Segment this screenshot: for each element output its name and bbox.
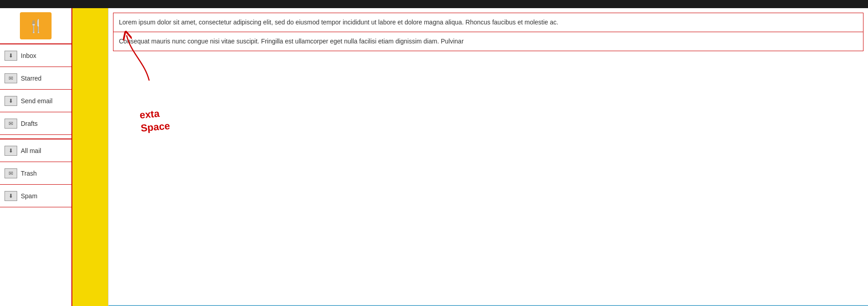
- yellow-panel: [72, 8, 108, 306]
- send-email-label: Send email: [21, 97, 52, 105]
- inbox-label: Inbox: [21, 52, 36, 59]
- content-text-2: Consequat mauris nunc congue nisi vitae …: [113, 32, 863, 51]
- content-text-1: Lorem ipsum dolor sit amet, consectetur …: [113, 13, 863, 32]
- trash-label: Trash: [21, 170, 37, 177]
- drafts-icon: ✉: [5, 119, 17, 129]
- trash-icon: ✉: [5, 168, 17, 178]
- top-bar: [0, 0, 868, 8]
- logo-box: 🍴: [20, 12, 52, 39]
- spam-icon: ⬇: [5, 191, 17, 201]
- sidebar-item-drafts[interactable]: ✉ Drafts: [0, 112, 71, 135]
- all-mail-icon: ⬇: [5, 146, 17, 156]
- sidebar-item-send-email[interactable]: ⬇ Send email: [0, 90, 71, 112]
- sidebar: 🍴 ⬇ Inbox ✉ Starred ⬇ Send email ✉ Draft…: [0, 8, 72, 306]
- all-mail-label: All mail: [21, 147, 41, 154]
- starred-icon: ✉: [5, 73, 17, 83]
- spam-label: Spam: [21, 192, 38, 200]
- sidebar-item-starred[interactable]: ✉ Starred: [0, 67, 71, 90]
- annotation-text: extaSpace: [139, 106, 171, 135]
- drafts-label: Drafts: [21, 120, 38, 127]
- app-logo-icon: 🍴: [28, 19, 44, 33]
- sidebar-item-spam[interactable]: ⬇ Spam: [0, 185, 71, 207]
- sidebar-item-all-mail[interactable]: ⬇ All mail: [0, 139, 71, 162]
- app-container: 🍴 ⬇ Inbox ✉ Starred ⬇ Send email ✉ Draft…: [0, 8, 868, 306]
- sidebar-item-trash[interactable]: ✉ Trash: [0, 162, 71, 185]
- send-email-icon: ⬇: [5, 96, 17, 106]
- starred-label: Starred: [21, 75, 42, 82]
- sidebar-item-inbox[interactable]: ⬇ Inbox: [0, 44, 71, 67]
- content-area: Lorem ipsum dolor sit amet, consectetur …: [108, 8, 868, 306]
- inbox-icon: ⬇: [5, 51, 17, 61]
- main-content: Lorem ipsum dolor sit amet, consectetur …: [72, 8, 868, 306]
- nav-divider: [0, 135, 71, 139]
- logo-area: 🍴: [0, 8, 71, 44]
- content-top: Lorem ipsum dolor sit amet, consectetur …: [113, 13, 863, 51]
